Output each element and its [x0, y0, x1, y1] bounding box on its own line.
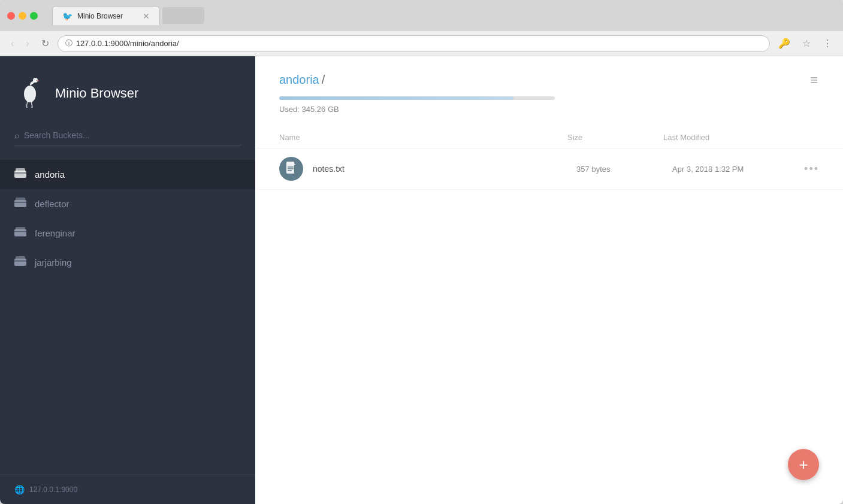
bucket-icon-jarjarbing [14, 256, 26, 269]
column-header-modified: Last Modified [663, 133, 819, 142]
main-header: andoria / ≡ [255, 56, 843, 87]
bucket-name-andoria: andoria [35, 169, 65, 180]
column-header-name: Name [279, 133, 567, 142]
bookmark-icon[interactable]: ☆ [799, 35, 814, 51]
column-header-size: Size [567, 133, 663, 142]
app-content: Minio Browser ⌕ and [0, 56, 843, 504]
svg-point-1 [33, 78, 38, 83]
bucket-list: andoria deflector [0, 155, 255, 475]
file-modified: Apr 3, 2018 1:32 PM [672, 165, 804, 174]
breadcrumb-separator: / [322, 73, 325, 87]
svg-rect-3 [16, 168, 25, 172]
tab-bar: 🐦 Minio Browser ✕ [52, 6, 836, 25]
key-icon[interactable]: 🔑 [775, 35, 794, 51]
bucket-item-ferenginar[interactable]: ferenginar [0, 218, 255, 248]
file-name: notes.txt [313, 164, 576, 174]
minio-logo [14, 75, 46, 111]
close-button[interactable] [7, 12, 15, 20]
hamburger-menu-icon[interactable]: ≡ [810, 74, 819, 87]
bucket-name-ferenginar: ferenginar [35, 228, 75, 238]
storage-used-text: Used: 345.26 GB [279, 105, 819, 114]
security-icon: ⓘ [65, 38, 72, 48]
bucket-item-jarjarbing[interactable]: jarjarbing [0, 248, 255, 277]
bucket-icon-deflector [14, 198, 26, 210]
tab-favicon: 🐦 [62, 11, 72, 21]
fab-add-button[interactable]: + [788, 449, 819, 480]
address-text: 127.0.0.1:9000/minio/andoria/ [76, 39, 762, 48]
bucket-name-deflector: deflector [35, 199, 70, 209]
sidebar-header: Minio Browser [0, 56, 255, 126]
new-tab-placeholder [162, 7, 204, 24]
storage-progress-bar [279, 96, 555, 100]
breadcrumb-bucket[interactable]: andoria [279, 73, 319, 87]
address-bar[interactable]: ⓘ 127.0.0.1:9000/minio/andoria/ [58, 35, 770, 52]
maximize-button[interactable] [30, 12, 38, 20]
search-box: ⌕ [14, 130, 241, 145]
traffic-lights [7, 12, 38, 20]
storage-bar-area: Used: 345.26 GB [255, 87, 843, 119]
file-more-options-button[interactable]: ••• [804, 163, 819, 175]
svg-rect-12 [16, 256, 25, 260]
table-header: Name Size Last Modified [255, 123, 843, 148]
storage-progress-fill [279, 96, 513, 100]
nav-bar: ‹ › ↻ ⓘ 127.0.0.1:9000/minio/andoria/ 🔑 … [0, 31, 843, 56]
refresh-button[interactable]: ↻ [38, 35, 53, 51]
tab-close-button[interactable]: ✕ [143, 12, 150, 20]
back-button[interactable]: ‹ [7, 36, 17, 51]
main-content: andoria / ≡ Used: 345.26 GB Name Size La… [255, 56, 843, 504]
tab-title: Minio Browser [77, 12, 138, 20]
globe-icon: 🌐 [14, 485, 25, 494]
bucket-item-deflector[interactable]: deflector [0, 189, 255, 218]
sidebar-title: Minio Browser [55, 86, 138, 101]
bucket-icon-andoria [14, 168, 26, 181]
file-document-icon [286, 161, 297, 177]
file-list: notes.txt 357 bytes Apr 3, 2018 1:32 PM … [255, 148, 843, 504]
bucket-icon-ferenginar [14, 227, 26, 239]
server-url: 127.0.0.1:9000 [29, 485, 77, 494]
svg-rect-6 [16, 198, 25, 201]
forward-button[interactable]: › [22, 36, 32, 51]
bucket-name-jarjarbing: jarjarbing [35, 257, 72, 268]
bucket-item-andoria[interactable]: andoria [0, 160, 255, 189]
active-tab[interactable]: 🐦 Minio Browser ✕ [52, 6, 160, 25]
more-options-icon[interactable]: ⋮ [819, 35, 836, 51]
search-area: ⌕ [0, 126, 255, 155]
svg-point-0 [24, 86, 36, 102]
sidebar-footer: 🌐 127.0.0.1:9000 [0, 475, 255, 504]
sidebar: Minio Browser ⌕ and [0, 56, 255, 504]
title-bar: 🐦 Minio Browser ✕ [0, 0, 843, 31]
search-input[interactable] [24, 130, 241, 140]
breadcrumb: andoria / [279, 73, 325, 87]
svg-rect-9 [16, 227, 25, 230]
fab-plus-icon: + [799, 457, 808, 472]
file-icon-wrap [279, 157, 303, 181]
search-icon: ⌕ [14, 130, 19, 140]
file-row[interactable]: notes.txt 357 bytes Apr 3, 2018 1:32 PM … [255, 148, 843, 190]
minimize-button[interactable] [19, 12, 26, 20]
file-size: 357 bytes [576, 165, 672, 174]
